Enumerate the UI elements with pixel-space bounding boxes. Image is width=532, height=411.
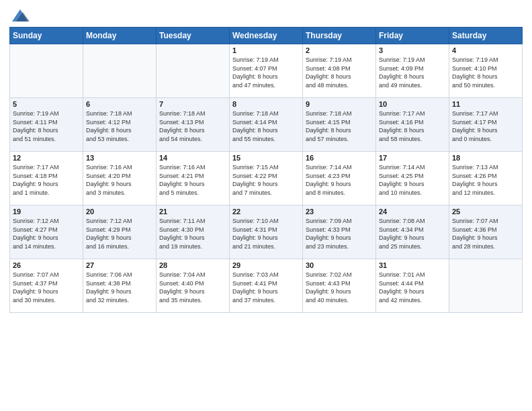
calendar-cell: 17Sunrise: 7:14 AM Sunset: 4:25 PM Dayli… — [376, 152, 449, 205]
calendar-cell: 14Sunrise: 7:16 AM Sunset: 4:21 PM Dayli… — [157, 152, 230, 205]
day-info: Sunrise: 7:17 AM Sunset: 4:17 PM Dayligh… — [452, 109, 519, 143]
logo-icon — [11, 7, 30, 26]
day-number: 28 — [159, 261, 226, 269]
day-info: Sunrise: 7:08 AM Sunset: 4:34 PM Dayligh… — [379, 217, 446, 250]
day-number: 7 — [159, 100, 226, 108]
day-number: 22 — [232, 208, 300, 216]
calendar-cell: 6Sunrise: 7:18 AM Sunset: 4:12 PM Daylig… — [83, 98, 157, 152]
day-number: 21 — [159, 208, 226, 216]
day-number: 6 — [86, 100, 153, 108]
day-number: 27 — [86, 261, 153, 269]
day-info: Sunrise: 7:12 AM Sunset: 4:29 PM Dayligh… — [86, 217, 153, 250]
day-info: Sunrise: 7:10 AM Sunset: 4:31 PM Dayligh… — [232, 217, 300, 250]
day-number: 14 — [159, 154, 226, 162]
week-row-0: 1Sunrise: 7:19 AM Sunset: 4:07 PM Daylig… — [10, 44, 523, 98]
calendar-cell: 22Sunrise: 7:10 AM Sunset: 4:31 PM Dayli… — [230, 205, 303, 259]
calendar-cell: 15Sunrise: 7:15 AM Sunset: 4:22 PM Dayli… — [230, 152, 303, 205]
calendar-cell: 12Sunrise: 7:17 AM Sunset: 4:18 PM Dayli… — [10, 152, 83, 205]
day-info: Sunrise: 7:18 AM Sunset: 4:15 PM Dayligh… — [306, 109, 373, 143]
calendar-cell: 29Sunrise: 7:03 AM Sunset: 4:41 PM Dayli… — [230, 259, 303, 313]
day-info: Sunrise: 7:07 AM Sunset: 4:37 PM Dayligh… — [13, 271, 80, 304]
day-number: 11 — [452, 100, 519, 108]
day-number: 26 — [13, 261, 80, 269]
day-info: Sunrise: 7:19 AM Sunset: 4:11 PM Dayligh… — [13, 109, 80, 143]
calendar-cell: 30Sunrise: 7:02 AM Sunset: 4:43 PM Dayli… — [303, 259, 376, 313]
calendar-cell: 13Sunrise: 7:16 AM Sunset: 4:20 PM Dayli… — [83, 152, 157, 205]
calendar-table: SundayMondayTuesdayWednesdayThursdayFrid… — [9, 27, 523, 313]
calendar-cell: 11Sunrise: 7:17 AM Sunset: 4:17 PM Dayli… — [449, 98, 523, 152]
day-number: 25 — [452, 208, 519, 216]
logo — [9, 7, 30, 23]
day-number: 17 — [379, 154, 446, 162]
calendar-body: 1Sunrise: 7:19 AM Sunset: 4:07 PM Daylig… — [10, 44, 523, 313]
week-row-4: 26Sunrise: 7:07 AM Sunset: 4:37 PM Dayli… — [10, 259, 523, 313]
calendar-cell: 31Sunrise: 7:01 AM Sunset: 4:44 PM Dayli… — [376, 259, 449, 313]
calendar-cell: 18Sunrise: 7:13 AM Sunset: 4:26 PM Dayli… — [449, 152, 523, 205]
week-row-2: 12Sunrise: 7:17 AM Sunset: 4:18 PM Dayli… — [10, 152, 523, 205]
calendar-cell: 24Sunrise: 7:08 AM Sunset: 4:34 PM Dayli… — [376, 205, 449, 259]
day-info: Sunrise: 7:14 AM Sunset: 4:25 PM Dayligh… — [379, 163, 446, 197]
header-tuesday: Tuesday — [157, 28, 230, 44]
day-number: 24 — [379, 208, 446, 216]
day-info: Sunrise: 7:19 AM Sunset: 4:08 PM Dayligh… — [306, 56, 373, 89]
day-info: Sunrise: 7:18 AM Sunset: 4:12 PM Dayligh… — [86, 109, 153, 143]
day-info: Sunrise: 7:01 AM Sunset: 4:44 PM Dayligh… — [379, 271, 446, 304]
calendar-cell: 5Sunrise: 7:19 AM Sunset: 4:11 PM Daylig… — [10, 98, 83, 152]
day-info: Sunrise: 7:18 AM Sunset: 4:14 PM Dayligh… — [232, 109, 300, 143]
day-info: Sunrise: 7:17 AM Sunset: 4:16 PM Dayligh… — [379, 109, 446, 143]
calendar-cell: 2Sunrise: 7:19 AM Sunset: 4:08 PM Daylig… — [303, 44, 376, 98]
day-number: 30 — [306, 261, 373, 269]
day-number: 29 — [232, 261, 300, 269]
calendar-header: SundayMondayTuesdayWednesdayThursdayFrid… — [10, 28, 523, 44]
day-info: Sunrise: 7:19 AM Sunset: 4:10 PM Dayligh… — [452, 56, 519, 89]
page-container: SundayMondayTuesdayWednesdayThursdayFrid… — [0, 0, 532, 317]
day-number: 3 — [379, 46, 446, 54]
day-info: Sunrise: 7:11 AM Sunset: 4:30 PM Dayligh… — [159, 217, 226, 250]
day-number: 8 — [232, 100, 300, 108]
day-info: Sunrise: 7:12 AM Sunset: 4:27 PM Dayligh… — [13, 217, 80, 250]
calendar-cell: 10Sunrise: 7:17 AM Sunset: 4:16 PM Dayli… — [376, 98, 449, 152]
calendar-cell: 3Sunrise: 7:19 AM Sunset: 4:09 PM Daylig… — [376, 44, 449, 98]
day-number: 19 — [13, 208, 80, 216]
day-number: 4 — [452, 46, 519, 54]
day-info: Sunrise: 7:13 AM Sunset: 4:26 PM Dayligh… — [452, 163, 519, 197]
day-number: 2 — [306, 46, 373, 54]
day-number: 1 — [232, 46, 300, 54]
calendar-cell: 7Sunrise: 7:18 AM Sunset: 4:13 PM Daylig… — [157, 98, 230, 152]
calendar-cell: 27Sunrise: 7:06 AM Sunset: 4:38 PM Dayli… — [83, 259, 157, 313]
day-number: 12 — [13, 154, 80, 162]
day-number: 20 — [86, 208, 153, 216]
day-info: Sunrise: 7:15 AM Sunset: 4:22 PM Dayligh… — [232, 163, 300, 197]
calendar-cell: 26Sunrise: 7:07 AM Sunset: 4:37 PM Dayli… — [10, 259, 83, 313]
day-number: 16 — [306, 154, 373, 162]
calendar-cell — [10, 44, 83, 98]
day-number: 9 — [306, 100, 373, 108]
calendar-cell: 9Sunrise: 7:18 AM Sunset: 4:15 PM Daylig… — [303, 98, 376, 152]
calendar-cell: 20Sunrise: 7:12 AM Sunset: 4:29 PM Dayli… — [83, 205, 157, 259]
day-info: Sunrise: 7:19 AM Sunset: 4:09 PM Dayligh… — [379, 56, 446, 89]
header-friday: Friday — [376, 28, 449, 44]
calendar-cell: 23Sunrise: 7:09 AM Sunset: 4:33 PM Dayli… — [303, 205, 376, 259]
header-thursday: Thursday — [303, 28, 376, 44]
day-number: 23 — [306, 208, 373, 216]
week-row-3: 19Sunrise: 7:12 AM Sunset: 4:27 PM Dayli… — [10, 205, 523, 259]
day-info: Sunrise: 7:18 AM Sunset: 4:13 PM Dayligh… — [159, 109, 226, 143]
calendar-cell: 28Sunrise: 7:04 AM Sunset: 4:40 PM Dayli… — [157, 259, 230, 313]
day-number: 10 — [379, 100, 446, 108]
day-info: Sunrise: 7:07 AM Sunset: 4:36 PM Dayligh… — [452, 217, 519, 250]
day-info: Sunrise: 7:16 AM Sunset: 4:20 PM Dayligh… — [86, 163, 153, 197]
calendar-cell — [157, 44, 230, 98]
header-sunday: Sunday — [10, 28, 83, 44]
calendar-cell: 16Sunrise: 7:14 AM Sunset: 4:23 PM Dayli… — [303, 152, 376, 205]
day-info: Sunrise: 7:04 AM Sunset: 4:40 PM Dayligh… — [159, 271, 226, 304]
header-monday: Monday — [83, 28, 157, 44]
day-info: Sunrise: 7:03 AM Sunset: 4:41 PM Dayligh… — [232, 271, 300, 304]
day-info: Sunrise: 7:16 AM Sunset: 4:21 PM Dayligh… — [159, 163, 226, 197]
day-number: 13 — [86, 154, 153, 162]
header — [9, 7, 523, 23]
day-info: Sunrise: 7:14 AM Sunset: 4:23 PM Dayligh… — [306, 163, 373, 197]
week-row-1: 5Sunrise: 7:19 AM Sunset: 4:11 PM Daylig… — [10, 98, 523, 152]
calendar-cell: 4Sunrise: 7:19 AM Sunset: 4:10 PM Daylig… — [449, 44, 523, 98]
calendar-cell: 21Sunrise: 7:11 AM Sunset: 4:30 PM Dayli… — [157, 205, 230, 259]
calendar-cell — [83, 44, 157, 98]
